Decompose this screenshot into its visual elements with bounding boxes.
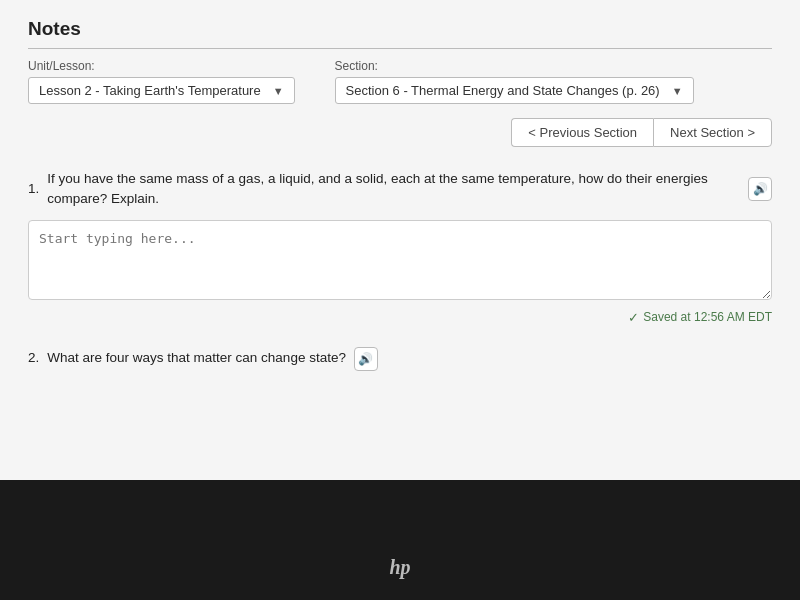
save-status-text: Saved at 12:56 AM EDT: [643, 310, 772, 324]
question-1-body: If you have the same mass of a gas, a li…: [47, 169, 740, 210]
question-2-text: 2. What are four ways that matter can ch…: [28, 347, 772, 371]
audio-icon-2: 🔊: [358, 352, 373, 366]
save-check-icon: ✓: [628, 310, 639, 325]
section-value: Section 6 - Thermal Energy and State Cha…: [346, 83, 660, 98]
unit-lesson-arrow-icon: ▼: [261, 85, 284, 97]
unit-lesson-group: Unit/Lesson: Lesson 2 - Taking Earth's T…: [28, 59, 295, 104]
question-1-text: 1. If you have the same mass of a gas, a…: [28, 169, 772, 210]
question-2-number: 2.: [28, 348, 39, 368]
next-section-button[interactable]: Next Section >: [653, 118, 772, 147]
previous-section-button[interactable]: < Previous Section: [511, 118, 653, 147]
question-1-number: 1.: [28, 179, 39, 199]
nav-buttons: < Previous Section Next Section >: [28, 118, 772, 147]
question-2-audio-button[interactable]: 🔊: [354, 347, 378, 371]
section-group: Section: Section 6 - Thermal Energy and …: [335, 59, 694, 104]
section-label: Section:: [335, 59, 694, 73]
unit-lesson-label: Unit/Lesson:: [28, 59, 295, 73]
unit-lesson-value: Lesson 2 - Taking Earth's Temperature: [39, 83, 261, 98]
page-title: Notes: [28, 18, 772, 49]
screen: Notes Unit/Lesson: Lesson 2 - Taking Ear…: [0, 0, 800, 600]
question-2: 2. What are four ways that matter can ch…: [28, 347, 772, 371]
audio-icon: 🔊: [753, 182, 768, 196]
save-status: ✓ Saved at 12:56 AM EDT: [28, 310, 772, 325]
hp-logo: hp: [389, 556, 410, 579]
questions-area: 1. If you have the same mass of a gas, a…: [28, 169, 772, 371]
browser-content: Notes Unit/Lesson: Lesson 2 - Taking Ear…: [0, 0, 800, 480]
unit-lesson-dropdown[interactable]: Lesson 2 - Taking Earth's Temperature ▼: [28, 77, 295, 104]
question-2-body: What are four ways that matter can chang…: [47, 348, 346, 368]
section-arrow-icon: ▼: [660, 85, 683, 97]
selectors-row: Unit/Lesson: Lesson 2 - Taking Earth's T…: [28, 59, 772, 104]
bezel-bottom: hp: [0, 535, 800, 600]
question-1-audio-button[interactable]: 🔊: [748, 177, 772, 201]
question-1: 1. If you have the same mass of a gas, a…: [28, 169, 772, 325]
section-dropdown[interactable]: Section 6 - Thermal Energy and State Cha…: [335, 77, 694, 104]
question-1-answer-input[interactable]: [28, 220, 772, 300]
